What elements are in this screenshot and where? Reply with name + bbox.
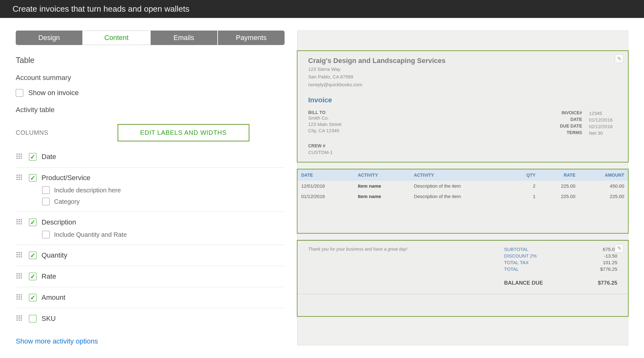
invoice-num: 12345 [589,110,617,116]
cell-desc: Description of the item [410,181,509,191]
drag-handle-icon[interactable] [16,272,23,279]
column-checkbox-date[interactable] [29,153,36,161]
sub-checkbox-inc_desc_here[interactable] [42,186,50,194]
column-checkbox-product[interactable] [29,174,36,182]
show-on-invoice-checkbox[interactable] [16,89,23,97]
svg-point-43 [19,277,20,278]
svg-point-15 [16,179,18,180]
totals-block: SUBTOTAL675.00DISCOUNT 2%-13.50TOTAL TAX… [504,247,617,287]
show-on-invoice-label: Show on invoice [28,89,79,97]
edit-header-button[interactable]: ✎ [615,54,624,63]
svg-point-27 [16,252,18,253]
svg-point-56 [20,315,22,316]
svg-point-35 [20,256,22,257]
svg-point-61 [19,319,20,321]
line-items-table: DATE ACTIVITY ACTIVITY QTY RATE AMOUNT 1… [297,169,628,202]
bill-to-name: Smith Co. [308,115,341,121]
svg-point-46 [19,294,20,295]
svg-point-59 [20,317,22,319]
drag-handle-icon[interactable] [16,174,23,181]
company-email: noreply@quickbooks.com [308,82,617,88]
activity-table-heading: Activity table [16,106,285,114]
show-more-activity-link[interactable]: Show more activity options [16,337,98,345]
document-title: Invoice [308,96,617,104]
edit-labels-widths-button[interactable]: EDIT LABELS AND WIDTHS [118,124,249,141]
tab-content[interactable]: Content [83,31,150,45]
table-heading: Table [16,56,285,65]
invoice-terms: Net 30 [589,130,617,136]
column-row-rate: Rate [16,266,285,287]
preview-table-section[interactable]: DATE ACTIVITY ACTIVITY QTY RATE AMOUNT 1… [297,169,629,234]
svg-point-54 [16,315,18,316]
drag-handle-icon[interactable] [16,218,23,225]
cell-amount: 225.00 [579,191,628,202]
company-name: Craig's Design and Landscaping Services [308,57,617,65]
col-amount: AMOUNT [579,169,628,181]
svg-point-9 [16,174,18,176]
svg-point-13 [19,177,20,178]
preview-footer-section[interactable]: ✎ Thank you for your business and have a… [297,240,629,317]
tab-design[interactable]: Design [16,31,83,45]
total-label: DISCOUNT 2% [504,253,537,259]
svg-point-47 [20,294,22,295]
col-activity2: ACTIVITY [410,169,509,181]
svg-point-42 [16,277,18,278]
tab-emails[interactable]: Emails [151,31,218,45]
total-label: TOTAL [504,266,519,272]
columns-list: DateProduct/ServiceInclude description h… [16,146,285,329]
svg-point-34 [19,256,20,257]
svg-point-58 [19,317,20,319]
svg-point-25 [19,223,20,224]
column-label-sku: SKU [42,315,56,323]
crew-heading: CREW # [308,143,617,148]
svg-point-18 [16,219,18,220]
tab-payments[interactable]: Payments [218,31,285,45]
preview-header-section[interactable]: ✎ Craig's Design and Landscaping Service… [297,50,629,162]
column-checkbox-amount[interactable] [29,294,36,301]
svg-point-31 [19,254,20,255]
bill-to-heading: BILL TO [308,110,341,115]
svg-point-0 [16,153,18,155]
balance-due-value: $776.25 [598,280,617,286]
drag-handle-icon[interactable] [16,293,23,300]
column-checkbox-rate[interactable] [29,273,36,280]
column-checkbox-description[interactable] [29,219,36,226]
sub-label-category: Category [54,198,80,205]
svg-point-40 [19,275,20,276]
cell-qty: 1 [509,191,539,202]
total-label: SUBTOTAL [504,247,529,252]
drag-handle-icon[interactable] [16,153,23,160]
drag-handle-icon[interactable] [16,251,23,258]
svg-point-48 [16,296,18,298]
balance-due-label: BALANCE DUE [504,280,543,286]
sub-label-inc_desc_here: Include description here [54,187,121,194]
cell-rate: 225.00 [539,181,579,191]
line-item-row: 01/12/2016Item nameDescription of the it… [297,191,628,202]
sub-checkbox-inc_qty_rate[interactable] [42,231,50,238]
svg-point-1 [19,153,20,155]
company-address-1: 123 Sierra Way [308,66,617,72]
col-qty: QTY [509,169,539,181]
column-checkbox-sku[interactable] [29,315,36,322]
column-label-description: Description [42,218,76,226]
cell-qty: 2 [509,181,539,191]
sub-checkbox-category[interactable] [42,198,50,205]
cell-date: 12/01/2016 [297,181,354,191]
svg-point-8 [20,157,22,159]
drag-handle-icon[interactable] [16,315,23,321]
svg-point-20 [20,219,22,220]
svg-point-37 [19,273,20,274]
cell-amount: 450.00 [579,181,628,191]
invoice-preview: ✎ Craig's Design and Landscaping Service… [297,31,628,345]
tabs: Design Content Emails Payments [16,31,285,45]
invoice-num-label: INVOICE# [544,110,582,116]
svg-point-17 [20,179,22,180]
svg-point-45 [16,294,18,295]
svg-point-51 [16,298,18,299]
edit-footer-button[interactable]: ✎ [615,244,624,253]
svg-point-57 [16,317,18,319]
thank-you-message: Thank you for your business and have a g… [308,247,407,287]
column-checkbox-quantity[interactable] [29,252,36,259]
svg-point-12 [16,177,18,178]
svg-point-44 [20,277,22,278]
